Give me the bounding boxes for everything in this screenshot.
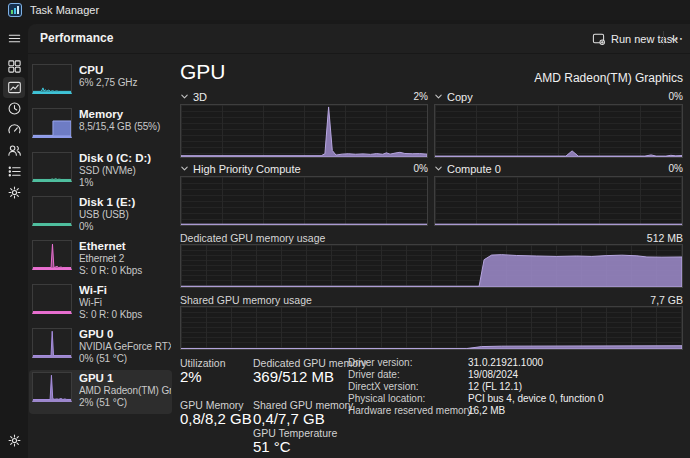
chevron-down-icon bbox=[434, 164, 443, 173]
perf-item-memory[interactable]: Memory8,5/15,4 GB (55%) bbox=[29, 106, 172, 150]
perf-item-cpu[interactable]: CPU6% 2,75 GHz bbox=[29, 62, 172, 106]
sidebar-item-app-history[interactable] bbox=[3, 98, 25, 119]
dedicated-gpu-memory-value: 369/512 MB bbox=[253, 368, 334, 385]
engine-selector-copy[interactable]: Copy 0% bbox=[434, 90, 683, 103]
settings-button[interactable] bbox=[3, 430, 25, 451]
engine-percent: 0% bbox=[669, 91, 683, 102]
gpu-device-name: AMD Radeon(TM) Graphics bbox=[380, 71, 683, 85]
task-manager-app-icon bbox=[8, 3, 22, 17]
sidebar-item-users[interactable] bbox=[3, 140, 25, 161]
ethernet-mini-chart bbox=[32, 240, 72, 270]
disk0-mini-chart bbox=[32, 152, 72, 182]
driver-date-label: Driver date: bbox=[348, 369, 400, 380]
hardware-reserved-memory-value: 16,2 MB bbox=[468, 405, 505, 416]
directx-version-label: DirectX version: bbox=[348, 381, 419, 392]
users-icon bbox=[7, 143, 22, 158]
navigation-menu-button[interactable] bbox=[3, 28, 25, 49]
chart-3d bbox=[180, 104, 428, 158]
gpu0-mini-chart bbox=[32, 328, 72, 358]
utilization-value: 2% bbox=[180, 368, 202, 385]
history-clock-icon bbox=[7, 101, 22, 116]
details-list-icon bbox=[7, 164, 22, 179]
run-new-task-icon bbox=[592, 32, 605, 45]
engine-selector-high-priority-compute[interactable]: High Priority Compute 0% bbox=[180, 162, 428, 175]
services-cog-icon bbox=[7, 185, 22, 200]
shared-memory-max: 7,7 GB bbox=[650, 294, 683, 306]
gpu-temperature-value: 51 °C bbox=[253, 438, 291, 455]
shared-memory-header: Shared GPU memory usage 7,7 GB bbox=[180, 294, 683, 306]
processes-icon bbox=[7, 59, 22, 74]
perf-item-gpu1[interactable]: GPU 1AMD Radeon(TM) Gr...2% (51 °C) bbox=[29, 370, 172, 414]
chevron-down-icon bbox=[180, 92, 189, 101]
gpu1-mini-chart bbox=[32, 372, 72, 402]
sidebar-item-performance[interactable] bbox=[3, 77, 25, 98]
window-title: Task Manager bbox=[30, 3, 99, 17]
perf-item-gpu0[interactable]: GPU 0NVIDIA GeForce RTX...0% (51 °C) bbox=[29, 326, 172, 370]
physical-location-value: PCI bus 4, device 0, function 0 bbox=[468, 393, 604, 404]
header-divider bbox=[28, 53, 690, 54]
chevron-down-icon bbox=[180, 164, 189, 173]
engine-percent: 2% bbox=[414, 91, 428, 102]
hardware-reserved-memory-label: Hardware reserved memory: bbox=[348, 405, 475, 416]
perf-item-disk0[interactable]: Disk 0 (C: D:)SSD (NVMe)1% bbox=[29, 150, 172, 194]
perf-item-ethernet[interactable]: EthernetEthernet 2S: 0 R: 0 Kbps bbox=[29, 238, 172, 282]
engine-selector-3d[interactable]: 3D 2% bbox=[180, 90, 428, 103]
gpu-memory-value: 0,8/8,2 GB bbox=[180, 410, 252, 427]
title-bar: Task Manager bbox=[0, 0, 690, 20]
chevron-down-icon bbox=[434, 92, 443, 101]
shared-gpu-memory-value: 0,4/7,7 GB bbox=[253, 410, 325, 427]
chart-copy bbox=[434, 104, 683, 158]
chart-compute0 bbox=[434, 176, 683, 226]
header-button-divider bbox=[663, 31, 664, 45]
perf-item-wifi[interactable]: Wi-FiWi-FiS: 0 R: 0 Kbps bbox=[29, 282, 172, 326]
dedicated-memory-max: 512 MB bbox=[647, 232, 683, 244]
sidebar-item-details[interactable] bbox=[3, 161, 25, 182]
disk1-mini-chart bbox=[32, 196, 72, 226]
sidebar-item-services[interactable] bbox=[3, 182, 25, 203]
sidebar-item-startup-apps[interactable] bbox=[3, 119, 25, 140]
hamburger-icon bbox=[7, 31, 22, 46]
engine-percent: 0% bbox=[669, 163, 683, 174]
directx-version-value: 12 (FL 12.1) bbox=[468, 381, 522, 392]
engine-selector-compute0[interactable]: Compute 0 0% bbox=[434, 162, 683, 175]
startup-gauge-icon bbox=[7, 122, 22, 137]
perf-item-disk1[interactable]: Disk 1 (E:)USB (USB)0% bbox=[29, 194, 172, 238]
wifi-mini-chart bbox=[32, 284, 72, 314]
driver-version-label: Driver version: bbox=[348, 357, 412, 368]
memory-mini-chart bbox=[32, 108, 72, 138]
chart-shared-memory bbox=[180, 306, 683, 350]
dedicated-memory-header: Dedicated GPU memory usage 512 MB bbox=[180, 232, 683, 244]
performance-icon bbox=[7, 80, 22, 95]
more-options-icon: ⋯ bbox=[670, 31, 684, 46]
sidebar-item-processes[interactable] bbox=[3, 56, 25, 77]
gpu-panel-title: GPU bbox=[180, 60, 226, 84]
gear-icon bbox=[7, 433, 22, 448]
more-options-button[interactable]: ⋯ bbox=[668, 28, 686, 49]
cpu-mini-chart bbox=[32, 64, 72, 94]
driver-version-value: 31.0.21921.1000 bbox=[468, 357, 543, 368]
page-title: Performance bbox=[40, 31, 113, 45]
chart-dedicated-memory bbox=[180, 244, 683, 288]
engine-percent: 0% bbox=[414, 163, 428, 174]
physical-location-label: Physical location: bbox=[348, 393, 425, 404]
chart-high-priority-compute bbox=[180, 176, 428, 226]
driver-date-value: 19/08/2024 bbox=[468, 369, 518, 380]
